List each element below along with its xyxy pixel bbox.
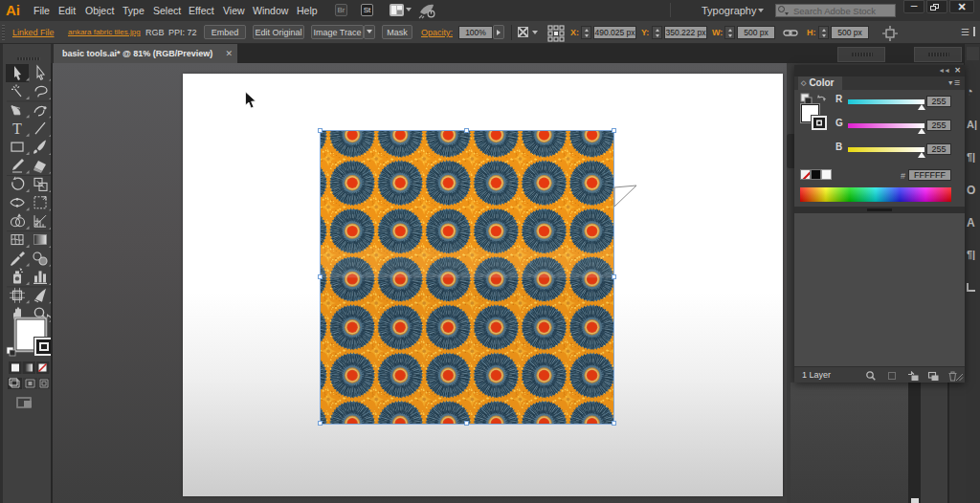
svg-text:T: T bbox=[12, 120, 22, 137]
